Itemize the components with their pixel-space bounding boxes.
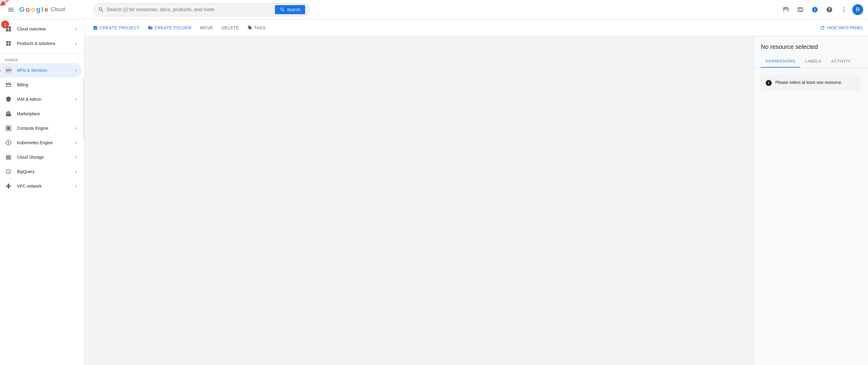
svg-rect-9 xyxy=(9,27,11,29)
bigquery-label: BigQuery xyxy=(17,169,71,174)
svg-rect-11 xyxy=(9,29,11,32)
sidebar-item-compute[interactable]: Compute Engine › xyxy=(0,121,82,135)
main-content xyxy=(85,36,753,365)
svg-rect-8 xyxy=(6,27,8,29)
svg-rect-14 xyxy=(6,44,8,46)
billing-label: Billing xyxy=(17,82,77,87)
cloud-overview-chevron: › xyxy=(75,26,77,32)
gift-button[interactable] xyxy=(780,4,792,16)
info-icon: i xyxy=(766,80,772,86)
topbar: 1 Google Cloud Search xyxy=(0,0,868,19)
svg-point-23 xyxy=(6,169,11,174)
search-input[interactable] xyxy=(106,7,273,12)
sidebar-item-storage[interactable]: Cloud Storage › xyxy=(0,150,82,164)
compute-icon xyxy=(5,125,12,132)
iam-icon xyxy=(5,96,12,103)
svg-point-19 xyxy=(8,142,9,143)
topbar-right: 1 R xyxy=(780,4,863,16)
info-panel-body: i Please select at least one resource. xyxy=(754,68,868,365)
sidebar-item-cloud-overview[interactable]: Cloud overview › xyxy=(0,22,82,36)
cloud-overview-icon xyxy=(5,25,12,33)
products-icon xyxy=(5,40,12,47)
pinned-label: PINNED xyxy=(0,56,84,63)
compute-chevron: › xyxy=(75,126,77,131)
products-label: Products & solutions xyxy=(17,41,71,46)
products-chevron: › xyxy=(75,41,77,46)
create-project-button[interactable]: CREATE PROJECT xyxy=(89,22,143,33)
tab-permissions[interactable]: PERMISSIONS xyxy=(761,55,800,68)
terminal-button[interactable] xyxy=(794,4,806,16)
vpc-chevron: › xyxy=(75,184,77,189)
apis-chevron: › xyxy=(75,68,77,73)
iam-chevron: › xyxy=(75,97,77,102)
svg-text:1: 1 xyxy=(814,7,816,11)
info-text: Please select at least one resource. xyxy=(775,80,842,85)
tab-activity[interactable]: ACTIVITY xyxy=(826,55,856,68)
info-panel-header: No resource selected PERMISSIONS LABELS … xyxy=(754,36,868,68)
action-bar: CREATE PROJECT CREATE FOLDER MOVE DELETE… xyxy=(85,19,868,36)
kubernetes-chevron: › xyxy=(75,140,77,145)
info-panel: No resource selected PERMISSIONS LABELS … xyxy=(753,36,868,365)
hide-info-panel-button[interactable]: HIDE INFO PANEL xyxy=(820,25,863,30)
tags-button[interactable]: TAGS xyxy=(244,22,270,33)
menu-button[interactable] xyxy=(5,4,17,16)
svg-rect-21 xyxy=(6,157,11,158)
svg-rect-1 xyxy=(8,9,13,10)
sidebar-item-bigquery[interactable]: BigQuery › xyxy=(0,164,82,179)
svg-rect-15 xyxy=(9,44,11,46)
bigquery-icon xyxy=(5,168,12,175)
sidebar-item-vpc[interactable]: VPC network › xyxy=(0,179,82,193)
kubernetes-icon xyxy=(5,139,12,146)
vpc-label: VPC network xyxy=(17,184,71,189)
sidebar: Cloud overview › Products & solutions › … xyxy=(0,19,85,365)
main: CREATE PROJECT CREATE FOLDER MOVE DELETE… xyxy=(85,19,868,365)
bigquery-chevron: › xyxy=(75,169,77,174)
create-folder-button[interactable]: CREATE FOLDER xyxy=(144,22,195,33)
iam-label: IAM & Admin xyxy=(17,97,71,102)
sidebar-item-marketplace[interactable]: Marketplace xyxy=(0,106,82,121)
apis-icon: API xyxy=(5,67,12,74)
search-bar[interactable]: Search xyxy=(93,3,310,16)
billing-icon xyxy=(5,81,12,88)
svg-rect-0 xyxy=(8,8,13,8)
svg-rect-12 xyxy=(6,41,8,43)
main-layout: Cloud overview › Products & solutions › … xyxy=(0,19,868,365)
svg-rect-20 xyxy=(6,155,11,156)
tab-labels[interactable]: LABELS xyxy=(800,55,826,68)
svg-point-7 xyxy=(843,11,844,12)
sidebar-item-apis[interactable]: API APIs & Services › xyxy=(0,63,82,77)
cloud-overview-label: Cloud overview xyxy=(17,27,71,31)
storage-label: Cloud Storage xyxy=(17,155,71,160)
topbar-left: 1 Google Cloud xyxy=(5,4,89,16)
kubernetes-label: Kubernetes Engine xyxy=(17,140,71,145)
help-button[interactable] xyxy=(823,4,835,16)
sidebar-divider-1 xyxy=(0,53,84,54)
apis-label: APIs & Services xyxy=(17,68,71,73)
content-area: No resource selected PERMISSIONS LABELS … xyxy=(85,36,868,365)
svg-rect-17 xyxy=(7,127,10,130)
more-button[interactable] xyxy=(838,4,850,16)
move-button[interactable]: MOVE xyxy=(196,22,217,33)
sidebar-item-billing[interactable]: Billing xyxy=(0,77,82,92)
compute-label: Compute Engine xyxy=(17,126,71,131)
svg-rect-2 xyxy=(8,11,13,11)
delete-button[interactable]: DELETE xyxy=(218,22,242,33)
sidebar-item-products[interactable]: Products & solutions › xyxy=(0,36,82,51)
apis-container: 2 API APIs & Services › Enabled APIs & s… xyxy=(0,63,84,77)
svg-point-5 xyxy=(843,7,844,8)
svg-rect-10 xyxy=(6,29,8,32)
svg-rect-22 xyxy=(6,158,11,159)
info-panel-tabs: PERMISSIONS LABELS ACTIVITY xyxy=(761,55,861,68)
marketplace-label: Marketplace xyxy=(17,111,77,116)
sidebar-item-kubernetes[interactable]: Kubernetes Engine › xyxy=(0,135,82,150)
marketplace-icon xyxy=(5,110,12,117)
storage-chevron: › xyxy=(75,155,77,160)
info-message: i Please select at least one resource. xyxy=(761,75,861,91)
user-avatar[interactable]: R xyxy=(852,4,863,15)
svg-rect-25 xyxy=(8,184,9,189)
sidebar-item-iam[interactable]: IAM & Admin › xyxy=(0,92,82,106)
storage-icon xyxy=(5,154,12,161)
svg-point-6 xyxy=(843,9,844,10)
search-button[interactable]: Search xyxy=(275,5,305,14)
notifications-button[interactable]: 1 xyxy=(809,4,821,16)
